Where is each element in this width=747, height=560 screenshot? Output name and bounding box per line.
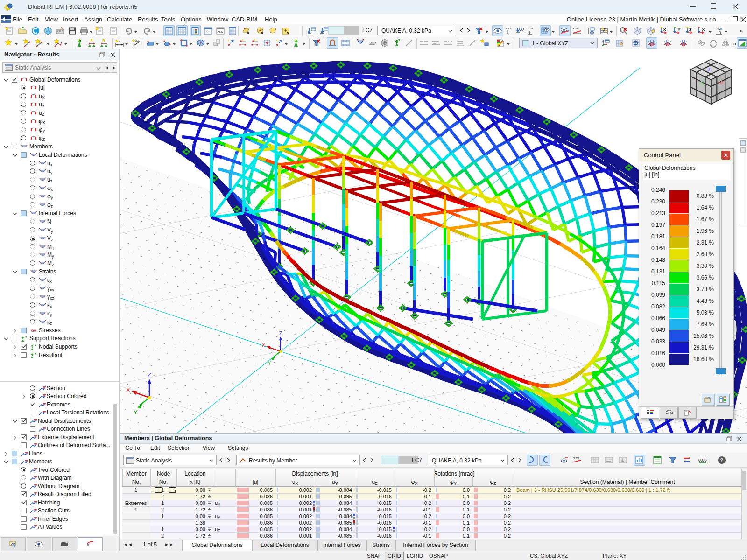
svg-text:x.xx: x.xx	[573, 456, 579, 460]
svg-text:x.x: x.x	[135, 39, 140, 42]
svg-text:x.xx: x.xx	[528, 27, 534, 30]
svg-text:0,00: 0,00	[698, 458, 707, 462]
svg-text:Z-: Z-	[707, 67, 712, 72]
svg-text:>>_: >>_	[205, 30, 211, 34]
svg-text:x: x	[118, 40, 120, 43]
svg-text:x.xx: x.xx	[506, 27, 511, 30]
svg-text:-Y: -Y	[677, 28, 681, 32]
svg-text:>sc: >sc	[217, 30, 223, 34]
svg-text:Z: Z	[279, 331, 282, 336]
svg-text:Y: Y	[268, 361, 271, 366]
svg-text:X: X	[126, 386, 130, 393]
svg-text:Z: Z	[148, 371, 151, 378]
svg-text:+X: +X	[718, 80, 724, 85]
svg-text:?: ?	[720, 457, 724, 463]
svg-text:Z: Z	[689, 28, 691, 32]
svg-text:Y: Y	[134, 409, 138, 416]
svg-text:-Y: -Y	[699, 80, 705, 86]
svg-text:X: X	[262, 343, 265, 348]
svg-text:X: X	[663, 28, 666, 32]
svg-text:-X: -X	[701, 28, 705, 32]
svg-text:x.xx: x.xx	[573, 27, 578, 30]
